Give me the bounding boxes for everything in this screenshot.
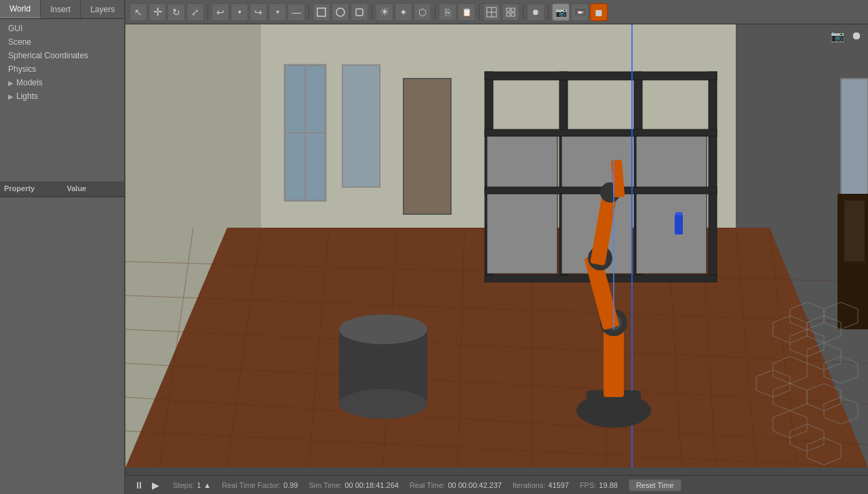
realtime-label: Real Time: [410, 481, 446, 489]
simtime-value: 00 00:18:41.264 [344, 481, 399, 489]
undo-dropdown[interactable]: ▾ [231, 3, 248, 21]
viewport-screenshot-icon[interactable]: 📷 [830, 28, 845, 43]
pause-button[interactable]: ⏸ [132, 478, 146, 492]
scale-tool-button[interactable]: ⤢ [186, 3, 204, 21]
scene-svg [125, 24, 868, 468]
svg-rect-6 [507, 8, 510, 12]
svg-rect-46 [485, 72, 717, 80]
paste-button[interactable]: 📋 [458, 3, 475, 21]
lights-arrow: ▶ [8, 93, 14, 100]
copy-button[interactable]: ⎘ [439, 3, 456, 21]
sep3 [372, 5, 372, 20]
sep6 [523, 5, 524, 20]
viewport-record-icon[interactable]: ⏺ [849, 28, 864, 43]
sidebar-item-lights[interactable]: ▶ Lights [0, 89, 125, 103]
steps-value: 1 [197, 481, 201, 489]
point-light-button[interactable]: ✦ [395, 3, 412, 21]
orange-marker[interactable]: ◼ [590, 3, 608, 21]
realtime-factor-label: Real Time Factor: [222, 481, 281, 489]
svg-rect-50 [487, 136, 557, 187]
realtime-item: Real Time: 00 00:00:42.237 [410, 481, 502, 489]
sidebar-item-gui[interactable]: GUI [0, 22, 125, 35]
property-col-value: Value [63, 182, 126, 197]
screenshot-button[interactable]: 📷 [552, 3, 570, 21]
tab-bar: World Insert Layers [0, 0, 125, 19]
realtime-value: 00 00:00:42.237 [448, 481, 502, 489]
sep2 [309, 5, 309, 20]
realtime-factor-value: 0.99 [283, 481, 298, 489]
svg-point-1 [336, 8, 344, 16]
fps-item: FPS: 19.88 [580, 481, 618, 489]
fps-label: FPS: [580, 481, 596, 489]
select-tool-button[interactable]: ↖ [130, 3, 147, 21]
svg-rect-2 [356, 9, 363, 16]
cylinder-shape-button[interactable] [351, 3, 368, 21]
iterations-value: 41597 [548, 481, 569, 489]
svg-point-74 [339, 389, 427, 419]
play-controls: ⏸ ▶ [132, 478, 162, 492]
left-panel: World Insert Layers GUI Scene Spherical … [0, 0, 125, 494]
svg-point-73 [339, 314, 427, 344]
svg-rect-8 [507, 13, 510, 16]
svg-rect-38 [403, 79, 451, 214]
svg-rect-53 [487, 194, 557, 274]
sep7 [548, 5, 549, 20]
svg-rect-47 [485, 129, 717, 136]
sidebar-item-spherical-coordinates[interactable]: Spherical Coordinates [0, 49, 125, 62]
status-bar: ⏸ ▶ Steps: 1 ▲ Real Time Factor: 0.99 Si… [125, 475, 868, 494]
undo-button[interactable]: ↩ [212, 3, 229, 21]
tab-insert[interactable]: Insert [41, 0, 81, 18]
tool7-button[interactable]: ⏺ [527, 3, 545, 21]
record-button[interactable]: 📼 [571, 3, 589, 21]
svg-rect-52 [636, 136, 707, 187]
redo-button[interactable]: ↪ [250, 3, 267, 21]
step-button[interactable]: ▶ [149, 478, 162, 492]
reset-time-button[interactable]: Reset Time [629, 479, 682, 491]
svg-rect-7 [511, 8, 515, 12]
svg-rect-57 [675, 214, 683, 234]
sidebar-item-physics[interactable]: Physics [0, 62, 125, 76]
sep5 [479, 5, 479, 20]
scene-canvas: 📷 ⏺ [125, 24, 868, 468]
svg-rect-0 [317, 8, 326, 16]
grid-button[interactable] [502, 3, 519, 21]
viewport-icons: 📷 ⏺ [830, 28, 864, 43]
property-panel: Property Value [0, 182, 125, 494]
fps-value: 19.88 [599, 481, 618, 489]
box-shape-button[interactable] [313, 3, 330, 21]
sun-light-button[interactable]: ☀ [376, 3, 393, 21]
steps-label: Steps: [173, 481, 194, 489]
delete-button[interactable]: — [288, 3, 305, 21]
sidebar-item-scene[interactable]: Scene [0, 35, 125, 49]
iterations-label: Iterations: [513, 481, 545, 489]
sidebar-item-models[interactable]: ▶ Models [0, 76, 125, 89]
svg-rect-55 [636, 194, 707, 274]
svg-rect-45 [709, 72, 717, 275]
realtime-factor-item: Real Time Factor: 0.99 [222, 481, 298, 489]
simtime-label: Sim Time: [309, 481, 342, 489]
svg-rect-58 [675, 212, 682, 215]
models-arrow: ▶ [8, 79, 14, 87]
property-col-property: Property [0, 182, 63, 197]
translate-tool-button[interactable]: ✛ [149, 3, 166, 21]
svg-rect-36 [342, 65, 380, 187]
tab-world[interactable]: World [0, 0, 41, 18]
steps-item: Steps: 1 ▲ [173, 481, 211, 489]
svg-rect-76 [844, 201, 865, 262]
sep4 [435, 5, 435, 20]
iterations-item: Iterations: 41597 [513, 481, 569, 489]
rotate-tool-button[interactable]: ↻ [167, 3, 185, 21]
property-header: Property Value [0, 182, 125, 197]
svg-rect-9 [511, 13, 515, 16]
tab-layers[interactable]: Layers [81, 0, 125, 18]
step-arrow: ▲ [203, 481, 211, 489]
simtime-item: Sim Time: 00 00:18:41.264 [309, 481, 398, 489]
wireframe-button[interactable] [483, 3, 500, 21]
redo-dropdown[interactable]: ▾ [269, 3, 286, 21]
sep1 [208, 5, 208, 20]
sphere-shape-button[interactable] [332, 3, 349, 21]
toolbar: ↖ ✛ ↻ ⤢ ↩ ▾ ↪ ▾ — ☀ ✦ ⬡ ⎘ 📋 ⏺ 📷 📼 ◼ [125, 0, 868, 24]
spot-light-button[interactable]: ⬡ [414, 3, 431, 21]
